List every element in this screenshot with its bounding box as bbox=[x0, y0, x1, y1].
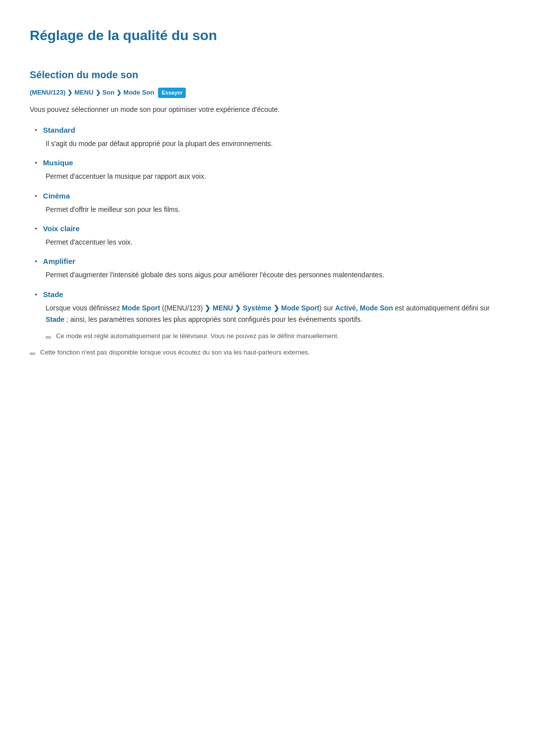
stade-text-8: ) sur bbox=[320, 304, 335, 312]
desc-cinema: Permet d'offrir le meilleur son pour les… bbox=[46, 204, 505, 215]
stade-chevron-1: ❯ bbox=[205, 304, 211, 312]
pencil-icon-outer: ✏ bbox=[30, 348, 36, 360]
stade-text-9: est automatiquement défini sur bbox=[393, 304, 489, 312]
breadcrumb-chevron-2: ❯ bbox=[96, 88, 101, 98]
stade-bold: Stade bbox=[46, 315, 64, 323]
stade-active: Activé, Mode Son bbox=[335, 304, 393, 312]
desc-voix-claire: Permet d'accentuer les voix. bbox=[46, 237, 505, 248]
list-item-stade: ● Stade bbox=[35, 289, 505, 301]
stade-text-10: ; ainsi, les paramètres sonores les plus… bbox=[64, 315, 363, 323]
essayer-badge[interactable]: Essayer bbox=[158, 88, 186, 99]
breadcrumb-menu123: (MENU/123) bbox=[30, 88, 65, 98]
label-voix-claire: Voix claire bbox=[43, 223, 80, 235]
stade-mode-sport-1: Mode Sport bbox=[122, 304, 160, 312]
stade-chevron-2: ❯ bbox=[235, 304, 241, 312]
desc-standard: Il s'agit du mode par défaut approprié p… bbox=[46, 138, 505, 149]
stade-systeme: Système bbox=[243, 304, 271, 312]
stade-mode-sport-2: Mode Sport bbox=[281, 304, 320, 312]
stade-chevron-3: ❯ bbox=[273, 304, 279, 312]
list-item-standard: ● Standard bbox=[35, 124, 505, 136]
label-amplifier: Amplifier bbox=[43, 255, 75, 267]
list-item-cinema: ● Cinéma bbox=[35, 190, 505, 202]
bullet-cinema: ● bbox=[35, 193, 37, 200]
breadcrumb-chevron-3: ❯ bbox=[116, 88, 121, 98]
label-stade: Stade bbox=[43, 289, 63, 301]
desc-musique: Permet d'accentuer la musique par rappor… bbox=[46, 171, 505, 182]
intro-text: Vous pouvez sélectionner un mode son pou… bbox=[30, 104, 505, 115]
list-item-amplifier: ● Amplifier bbox=[35, 255, 505, 267]
breadcrumb-mode-son: Mode Son bbox=[123, 88, 154, 98]
breadcrumb-chevron-1: ❯ bbox=[67, 88, 72, 98]
bullet-standard: ● bbox=[35, 127, 37, 134]
stade-text-2: ((MENU/123) bbox=[160, 304, 205, 312]
section-title: Sélection du mode son bbox=[30, 67, 505, 83]
label-standard: Standard bbox=[43, 124, 75, 136]
stade-menu: MENU bbox=[213, 304, 233, 312]
list-item-musique: ● Musique bbox=[35, 157, 505, 169]
breadcrumb-son: Son bbox=[103, 88, 115, 98]
note-outer-text: Cette fonction n'est pas disponible lors… bbox=[40, 348, 310, 358]
bullet-musique: ● bbox=[35, 160, 37, 166]
stade-text-1: Lorsque vous définissez bbox=[46, 304, 122, 312]
note-inner-text: Ce mode est réglé automatiquement par le… bbox=[56, 331, 339, 342]
note-inner: ✏ Ce mode est réglé automatiquement par … bbox=[46, 331, 505, 344]
bullet-voix-claire: ● bbox=[35, 226, 37, 232]
bullet-stade: ● bbox=[35, 292, 37, 298]
list-item-voix-claire: ● Voix claire bbox=[35, 223, 505, 235]
breadcrumb-menu: MENU bbox=[74, 88, 93, 98]
pencil-icon-inner: ✏ bbox=[46, 332, 52, 344]
note-outer: ✏ Cette fonction n'est pas disponible lo… bbox=[30, 348, 505, 360]
desc-amplifier: Permet d'augmenter l'intensité globale d… bbox=[46, 269, 505, 280]
label-cinema: Cinéma bbox=[43, 190, 70, 202]
breadcrumb: (MENU/123) ❯ MENU ❯ Son ❯ Mode Son Essay… bbox=[30, 88, 505, 99]
label-musique: Musique bbox=[43, 157, 73, 169]
bullet-amplifier: ● bbox=[35, 258, 37, 265]
mode-list: ● Standard Il s'agit du mode par défaut … bbox=[35, 124, 505, 344]
desc-stade: Lorsque vous définissez Mode Sport ((MEN… bbox=[46, 302, 505, 325]
page-title: Réglage de la qualité du son bbox=[30, 25, 505, 47]
